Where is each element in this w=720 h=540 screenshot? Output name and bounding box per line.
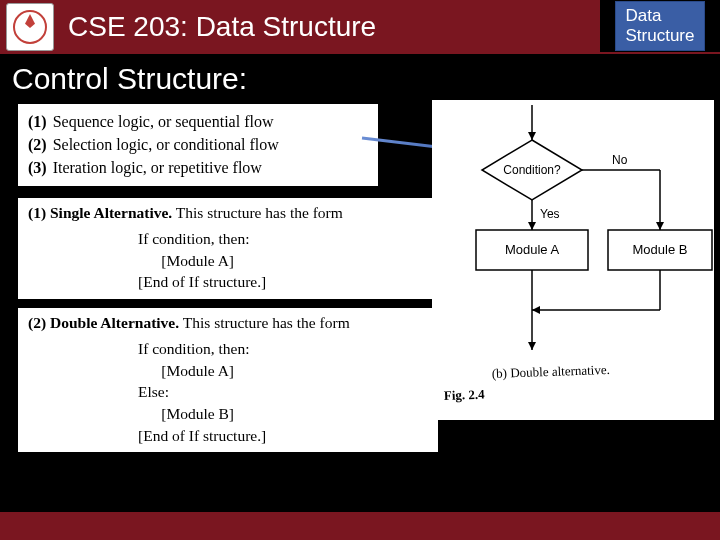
header-bar: CSE 203: Data Structure Data Structure	[0, 0, 720, 54]
heading-num: (2)	[28, 314, 46, 331]
svg-text:Module A: Module A	[505, 242, 560, 257]
code-line: [End of If structure.]	[138, 271, 428, 293]
item-text: Selection logic, or conditional flow	[53, 136, 279, 153]
single-alt-heading: (1) Single Alternative. This structure h…	[28, 204, 428, 222]
item-num: (2)	[28, 136, 47, 153]
section-title: Control Structure:	[0, 54, 720, 100]
item-text: Iteration logic, or repetitive flow	[53, 159, 262, 176]
code-line: If condition, then:	[138, 228, 428, 250]
footer-bar	[0, 512, 720, 540]
badge-wrap: Data Structure	[600, 0, 720, 52]
svg-marker-20	[532, 306, 540, 314]
double-alternative-panel: (2) Double Alternative. This structure h…	[18, 308, 438, 452]
svg-text:Module B: Module B	[633, 242, 688, 257]
heading-bold: Double Alternative.	[50, 314, 179, 331]
svg-marker-3	[528, 132, 536, 140]
badge-line2: Structure	[626, 26, 695, 46]
item-num: (3)	[28, 159, 47, 176]
svg-marker-22	[528, 342, 536, 350]
topic-badge: Data Structure	[615, 1, 706, 50]
item-num: (1)	[28, 113, 47, 130]
course-title: CSE 203: Data Structure	[68, 11, 376, 43]
svg-marker-8	[656, 222, 664, 230]
logic-type-row: (2)Selection logic, or conditional flow	[28, 133, 368, 156]
heading-rest: This structure has the form	[179, 314, 350, 331]
svg-text:Yes: Yes	[540, 207, 560, 221]
svg-text:Fig. 2.4: Fig. 2.4	[444, 387, 486, 403]
code-line: If condition, then:	[138, 338, 428, 360]
logic-types-panel: (1)Sequence logic, or sequential flow (2…	[18, 104, 378, 186]
code-line: [Module A]	[138, 250, 428, 272]
code-line: Else:	[138, 381, 428, 403]
flowchart-diagram: Condition? No Yes Module A Module B	[432, 100, 714, 420]
badge-line1: Data	[626, 6, 695, 26]
code-line: [Module A]	[138, 360, 428, 382]
svg-marker-11	[528, 222, 536, 230]
svg-text:Condition?: Condition?	[503, 163, 561, 177]
single-alternative-panel: (1) Single Alternative. This structure h…	[18, 198, 438, 299]
svg-text:(b) Double alternative.: (b) Double alternative.	[492, 362, 611, 381]
heading-rest: This structure has the form	[172, 204, 343, 221]
double-alt-heading: (2) Double Alternative. This structure h…	[28, 314, 428, 332]
logic-type-row: (3)Iteration logic, or repetitive flow	[28, 156, 368, 179]
double-alt-code: If condition, then: [Module A] Else: [Mo…	[138, 338, 428, 446]
code-line: [Module B]	[138, 403, 428, 425]
item-text: Sequence logic, or sequential flow	[53, 113, 274, 130]
svg-text:No: No	[612, 153, 628, 167]
code-line: [End of If structure.]	[138, 425, 428, 447]
content-area: (1)Sequence logic, or sequential flow (2…	[0, 100, 720, 520]
single-alt-code: If condition, then: [Module A] [End of I…	[138, 228, 428, 293]
institution-logo	[6, 3, 54, 51]
logic-type-row: (1)Sequence logic, or sequential flow	[28, 110, 368, 133]
heading-bold: Single Alternative.	[50, 204, 172, 221]
heading-num: (1)	[28, 204, 46, 221]
